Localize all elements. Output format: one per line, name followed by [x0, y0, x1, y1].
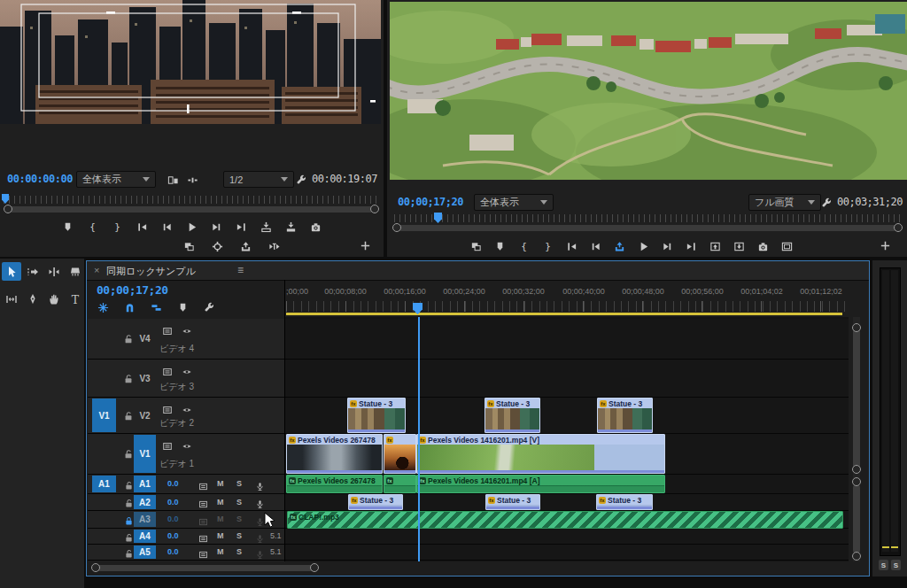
voiceover-mic-icon[interactable] [251, 478, 268, 494]
source-quick-export-icon[interactable] [237, 238, 255, 254]
lane-V4[interactable] [285, 319, 849, 360]
timeline-ruler[interactable]: ;00;0000;00;08;0000;00;16;0000;00;24;000… [284, 280, 848, 318]
sync-lock-icon[interactable] [194, 514, 212, 530]
program-export-frame-icon[interactable] [754, 238, 771, 254]
settings-wrench-icon[interactable] [818, 195, 835, 211]
track-volume[interactable]: 0.0 [167, 531, 179, 540]
track-target-A4[interactable]: A4 [134, 530, 156, 543]
sync-lock-icon[interactable] [194, 497, 212, 513]
clip-pexels-videos-1416201-mp4-v-[interactable]: fxPexels Videos 1416201.mp4 [V] [416, 434, 665, 474]
track-volume[interactable]: 0.0 [167, 498, 179, 507]
program-play-icon[interactable] [634, 238, 652, 254]
panel-menu-icon[interactable]: ≡ [237, 264, 244, 276]
video-v-scroll-handle[interactable] [852, 323, 861, 332]
source-mark-out-icon[interactable]: } [109, 219, 127, 235]
timeline-wrench-icon[interactable] [200, 299, 218, 315]
timeline-nest-icon[interactable] [94, 299, 112, 315]
track-volume[interactable]: 0.0 [167, 514, 179, 523]
source-resolution-select[interactable]: 1/2 [223, 171, 294, 188]
video-v-scroll-handle2[interactable] [852, 465, 861, 474]
program-zoom-handle-right[interactable] [894, 223, 903, 232]
sync-lock-icon[interactable] [159, 438, 176, 454]
source-goto-in-icon[interactable] [134, 219, 151, 235]
audio-v-scroll-handle[interactable] [852, 477, 861, 486]
timeline-h-scroll-left-handle[interactable] [91, 563, 100, 572]
source-zoom-scrollbar[interactable] [9, 206, 374, 213]
track-output-eye-icon[interactable] [178, 402, 196, 418]
source-ruler[interactable] [4, 196, 379, 204]
mute-button[interactable]: M [217, 479, 224, 488]
tab-close-icon[interactable]: × [94, 265, 99, 275]
trim-icon[interactable] [183, 172, 201, 188]
track-output-eye-icon[interactable] [178, 364, 196, 380]
track-output-eye-icon[interactable] [178, 323, 196, 339]
timeline-timecode[interactable]: 00;00;17;20 [97, 283, 168, 297]
solo-button[interactable]: S [236, 498, 242, 507]
audio-v-scroll-handle2[interactable] [852, 552, 861, 561]
solo-button[interactable]: S [236, 531, 242, 540]
timeline-h-scroll-right-handle[interactable] [310, 563, 319, 572]
settings-wrench-icon[interactable] [292, 172, 310, 188]
source-patch-V1[interactable]: V1 [92, 398, 116, 432]
source-play-inout-icon[interactable] [266, 238, 283, 254]
clip-pexels-videos-267478[interactable]: fxPexels Videos 267478 [286, 475, 383, 493]
clip-pexels-videos-1416201-mp4-a-[interactable]: fxPexels Videos 1416201.mp4 [A] [416, 475, 665, 493]
timeline-magnet-icon[interactable] [120, 299, 138, 315]
source-fit-select[interactable]: 全体表示 [76, 171, 156, 188]
source-zoom-handle-left[interactable] [4, 205, 12, 213]
track-select-forward-tool[interactable] [23, 262, 43, 281]
sync-lock-icon[interactable] [194, 478, 212, 494]
program-mark-in-icon[interactable]: { [515, 238, 532, 254]
display-mode-icon[interactable] [164, 172, 182, 188]
solo-left-button[interactable]: S [879, 560, 888, 570]
track-target-V3[interactable]: V3 [134, 360, 156, 396]
clip-pexels-videos-267478[interactable]: fxPexels Videos 267478 [286, 434, 383, 474]
program-quick-export-icon[interactable] [610, 238, 628, 254]
voiceover-mic-icon[interactable] [251, 546, 268, 561]
button-editor-plus-icon[interactable] [876, 237, 894, 253]
program-fit-select[interactable]: 全体表示 [474, 194, 554, 211]
program-lift-icon[interactable] [706, 238, 724, 254]
program-safe-margins-icon[interactable] [778, 238, 795, 254]
source-step-back-icon[interactable] [159, 219, 176, 235]
hand-tool[interactable] [44, 290, 64, 308]
sync-lock-icon[interactable] [159, 364, 176, 380]
work-area-bar[interactable] [286, 313, 842, 315]
mute-button[interactable]: M [217, 498, 224, 507]
program-mark-out-icon[interactable]: } [539, 238, 556, 254]
program-goto-in-icon[interactable] [562, 238, 580, 254]
audio-v-scrollbar[interactable] [853, 484, 860, 553]
source-multicam-icon[interactable] [181, 238, 198, 254]
track-target-V4[interactable]: V4 [134, 320, 156, 358]
source-mark-in-icon[interactable]: { [84, 219, 102, 235]
program-goto-out-icon[interactable] [682, 238, 700, 254]
source-patch-A1[interactable]: A1 [92, 476, 116, 492]
timeline-marker-icon[interactable] [174, 299, 191, 315]
program-timecode[interactable]: 00;00;17;20 [398, 196, 463, 208]
source-goto-out-icon[interactable] [233, 219, 251, 235]
program-zoom-handle-left[interactable] [392, 223, 401, 232]
track-volume[interactable]: 0.0 [167, 479, 179, 488]
program-marker-icon[interactable] [491, 238, 508, 254]
track-target-A1[interactable]: A1 [134, 476, 156, 492]
slip-tool[interactable] [2, 290, 21, 308]
sync-lock-icon[interactable] [194, 546, 212, 561]
source-compare-view-icon[interactable] [209, 238, 227, 254]
track-target-A2[interactable]: A2 [134, 495, 156, 509]
track-target-V2[interactable]: V2 [134, 398, 156, 432]
source-step-fwd-icon[interactable] [208, 219, 226, 235]
solo-right-button[interactable]: S [891, 560, 901, 570]
selection-tool[interactable] [2, 262, 21, 281]
playhead-line[interactable] [418, 317, 420, 561]
mute-button[interactable]: M [217, 531, 224, 540]
program-step-fwd-icon[interactable] [658, 238, 676, 254]
track-output-eye-icon[interactable] [178, 438, 196, 454]
program-quality-select[interactable]: フル画質 [748, 194, 821, 211]
source-export-frame-icon[interactable] [307, 219, 325, 235]
clip-untitled[interactable]: fx [384, 434, 416, 474]
timeline-linked-icon[interactable] [147, 299, 165, 315]
track-volume[interactable]: 0.0 [167, 547, 179, 556]
source-zoom-handle-right[interactable] [370, 205, 379, 213]
mute-button[interactable]: M [217, 514, 224, 523]
clip-statue-3[interactable]: fxStatue - 3 [348, 494, 403, 510]
